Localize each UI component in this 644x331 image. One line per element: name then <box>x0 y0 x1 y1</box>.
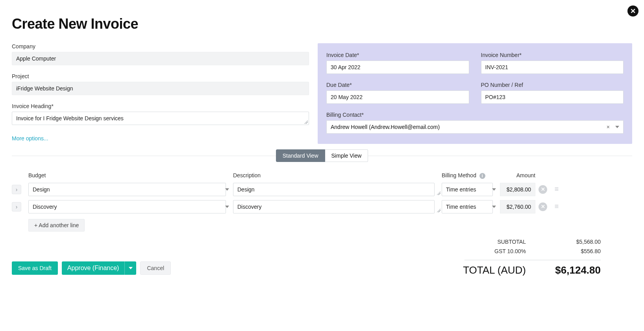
totals-divider <box>464 260 601 260</box>
billing-method-select[interactable]: Time entries <box>442 183 493 196</box>
more-options-link[interactable]: More options... <box>12 135 48 142</box>
header-billing-method: Billing Method <box>442 172 476 178</box>
budget-select[interactable]: Design <box>28 183 226 196</box>
description-input[interactable] <box>233 200 435 213</box>
cancel-button[interactable]: Cancel <box>140 261 171 275</box>
drag-handle-icon[interactable]: ≡ <box>552 202 561 211</box>
invoice-date-input[interactable] <box>326 61 469 74</box>
line-item-row: › Discovery Time entries $2,760.00 ✕ ≡ <box>12 200 620 213</box>
invoice-date-label: Invoice Date* <box>326 52 469 58</box>
header-budget: Budget <box>28 172 233 178</box>
tab-standard-view[interactable]: Standard View <box>276 149 325 162</box>
add-another-line-button[interactable]: + Add another line <box>28 219 85 232</box>
due-date-input[interactable] <box>326 90 469 104</box>
invoice-number-input[interactable] <box>481 61 624 74</box>
amount-value: $2,760.00 <box>500 200 535 213</box>
total-value: $6,124.80 <box>553 264 601 276</box>
project-field <box>12 82 309 95</box>
invoice-number-label: Invoice Number* <box>481 52 624 58</box>
invoice-heading-input[interactable] <box>12 112 309 125</box>
approve-split-button[interactable]: Approve (Finance) <box>62 261 137 275</box>
po-number-input[interactable] <box>481 90 624 104</box>
gst-value: $556.80 <box>553 248 601 254</box>
description-input[interactable] <box>233 183 435 196</box>
header-amount: Amount <box>500 172 539 178</box>
approve-button-label: Approve (Finance) <box>62 261 125 275</box>
page-title: Create New Invoice <box>12 16 632 32</box>
project-label: Project <box>12 73 309 79</box>
expand-row-button[interactable]: › <box>12 185 21 194</box>
clear-icon[interactable]: × <box>607 124 610 130</box>
due-date-label: Due Date* <box>326 82 469 88</box>
company-field <box>12 52 309 65</box>
tab-simple-view[interactable]: Simple View <box>325 149 368 162</box>
drag-handle-icon[interactable]: ≡ <box>552 185 561 193</box>
invoice-heading-label: Invoice Heading* <box>12 103 309 109</box>
billing-contact-value: Andrew Howell (Andrew.Howell@email.com) <box>331 124 440 130</box>
po-number-label: PO Number / Ref <box>481 82 624 88</box>
delete-line-button[interactable]: ✕ <box>539 202 547 211</box>
total-label: TOTAL (AUD) <box>463 264 526 276</box>
budget-select[interactable]: Discovery <box>28 200 226 213</box>
gst-label: GST 10.00% <box>463 248 526 254</box>
billing-contact-label: Billing Contact* <box>326 112 624 118</box>
subtotal-value: $5,568.00 <box>553 239 601 245</box>
billing-contact-select[interactable]: Andrew Howell (Andrew.Howell@email.com) … <box>326 120 624 134</box>
subtotal-label: SUBTOTAL <box>463 239 526 245</box>
expand-row-button[interactable]: › <box>12 202 21 211</box>
delete-line-button[interactable]: ✕ <box>539 185 547 194</box>
line-item-row: › Design Time entries $2,808.00 ✕ ≡ <box>12 183 620 196</box>
save-as-draft-button[interactable]: Save as Draft <box>12 261 58 275</box>
amount-value: $2,808.00 <box>500 183 535 196</box>
header-description: Description <box>233 172 442 178</box>
chevron-down-icon <box>615 126 619 128</box>
info-icon[interactable]: i <box>479 173 485 179</box>
billing-method-select[interactable]: Time entries <box>442 200 493 213</box>
approve-dropdown-caret[interactable] <box>124 261 136 275</box>
company-label: Company <box>12 43 309 50</box>
